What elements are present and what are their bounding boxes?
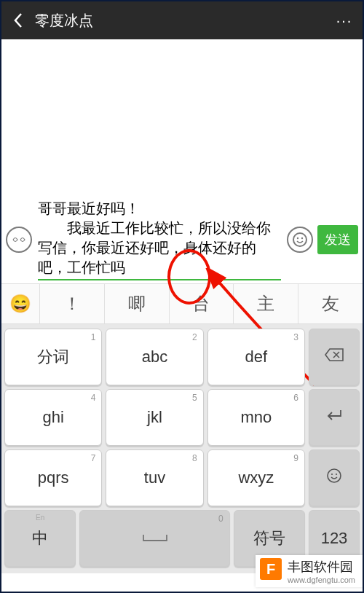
more-button[interactable]: ··· bbox=[333, 12, 355, 29]
key-pqrs[interactable]: 7pqrs bbox=[4, 449, 102, 506]
svg-point-2 bbox=[301, 237, 303, 239]
key-mno[interactable]: 6mno bbox=[207, 389, 305, 446]
candidate-2[interactable]: 台 bbox=[169, 284, 234, 323]
candidate-0[interactable]: ！ bbox=[39, 284, 104, 323]
candidate-1[interactable]: 唧 bbox=[104, 284, 169, 323]
key-abc[interactable]: 2abc bbox=[106, 329, 203, 385]
send-button[interactable]: 发送 bbox=[317, 225, 358, 254]
back-button[interactable] bbox=[9, 11, 28, 30]
emoji-button[interactable] bbox=[287, 227, 313, 253]
svg-point-5 bbox=[336, 474, 337, 475]
key-ghi[interactable]: 4ghi bbox=[4, 389, 102, 446]
backspace-icon bbox=[324, 347, 344, 366]
input-rest: 我最近工作比较忙，所以没给你写信，你最近还好吧，身体还好的吧，工作忙吗 bbox=[38, 219, 281, 278]
svg-point-1 bbox=[297, 237, 298, 239]
keyboard: 1分词 2abc 3def 4ghi 5jkl 6mno 7pqrs 8tuv … bbox=[1, 324, 363, 573]
svg-point-4 bbox=[331, 474, 333, 475]
enter-icon bbox=[325, 408, 344, 427]
key-def[interactable]: 3def bbox=[207, 329, 305, 385]
watermark-url: www.dgfengtu.com bbox=[288, 576, 355, 584]
input-row: 哥哥最近好吗！ 我最近工作比较忙，所以没给你写信，你最近还好吧，身体还好的吧，工… bbox=[1, 196, 363, 283]
key-space[interactable]: 0 bbox=[79, 510, 229, 567]
space-icon bbox=[141, 529, 170, 548]
chat-title: 零度冰点 bbox=[35, 11, 333, 31]
voice-button[interactable] bbox=[6, 227, 32, 253]
key-wxyz[interactable]: 9wxyz bbox=[207, 449, 305, 506]
candidate-4[interactable]: 友 bbox=[298, 284, 363, 323]
candidate-bar: 😄 ！ 唧 台 主 友 bbox=[1, 283, 363, 324]
key-tuv[interactable]: 8tuv bbox=[106, 449, 203, 506]
message-input[interactable]: 哥哥最近好吗！ 我最近工作比较忙，所以没给你写信，你最近还好吧，身体还好的吧，工… bbox=[38, 199, 281, 280]
chat-area: 哥哥最近好吗！ 我最近工作比较忙，所以没给你写信，你最近还好吧，身体还好的吧，工… bbox=[1, 39, 363, 283]
key-tool[interactable] bbox=[309, 449, 360, 506]
key-jkl[interactable]: 5jkl bbox=[106, 389, 203, 446]
svg-point-0 bbox=[293, 233, 306, 246]
input-line1: 哥哥最近好吗！ bbox=[38, 199, 281, 219]
navbar: 零度冰点 ··· bbox=[1, 1, 363, 39]
candidate-3[interactable]: 主 bbox=[233, 284, 298, 323]
face-icon bbox=[325, 467, 343, 489]
key-enter[interactable] bbox=[309, 389, 360, 446]
key-fenci[interactable]: 1分词 bbox=[4, 329, 102, 385]
svg-point-3 bbox=[328, 469, 341, 482]
watermark-logo: F bbox=[260, 558, 282, 580]
watermark-name: 丰图软件园 bbox=[288, 559, 353, 574]
key-lang[interactable]: En中 bbox=[4, 510, 76, 567]
emoji-picker-icon[interactable]: 😄 bbox=[1, 294, 39, 314]
key-backspace[interactable] bbox=[309, 329, 360, 385]
watermark: F 丰图软件园 www.dgfengtu.com bbox=[256, 555, 363, 587]
